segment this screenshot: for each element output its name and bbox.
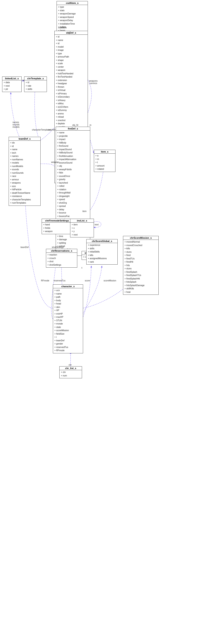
chrscoreMission-s-title: chrScoreMission_s <box>123 236 158 240</box>
weapons-ammos-label: weapons | ammos <box>89 80 98 84</box>
chrreservations-s-title: chrReservations_s <box>46 249 77 253</box>
chrscoreGlobal-s-box: chrScoreGlobal_s + experience + skills +… <box>86 239 118 264</box>
character-s-box: character_s + ucn + name + path + body +… <box>53 284 83 353</box>
item-s-box: item_s + a + m + t + amount + rotated <box>94 150 115 172</box>
chrtemplate-s-body: + id + rate + skills <box>24 80 47 92</box>
chr-list-s-body: + chr + num <box>60 370 82 378</box>
invlist-s-title: invList_s <box>70 219 94 222</box>
teamdef-s-title: teamDef_s <box>9 137 40 141</box>
item-label: item <box>82 210 87 212</box>
linkedlist-s-body: + data + next + ptr <box>2 80 21 92</box>
firedef-s-title: fireDef_s <box>56 127 90 130</box>
c-label: c <box>81 266 82 269</box>
weapon-label: weapon <box>51 161 59 163</box>
character-templates-label: characterTemplates <box>32 129 51 131</box>
craftitem-s-title: craftitem_s <box>57 1 88 5</box>
invlist-s-box: invList_s + item + x + y + next <box>70 219 94 238</box>
linkedlist-s-title: linkedList_s <box>2 77 21 80</box>
chrscoreGlobal-s-body: + experience + skills + initialSkills + … <box>87 243 117 264</box>
rfmode-label: RFmode <box>41 280 49 282</box>
teamdef-s-body: + idx + id + name + tech + names + numNa… <box>9 141 40 206</box>
character-s-body: + ucn + name + path + body + head + skin… <box>53 288 83 353</box>
linkedlist-s-box: linkedList_s + data + next + ptr <box>2 76 22 92</box>
item-s-body: + a + m + t + amount + rotated <box>94 154 115 172</box>
craftitem-label: craftItem <box>58 26 67 29</box>
chrscoreMission-s-body: + movedNormal + movedCrouched + kills + … <box>123 240 158 294</box>
chrscoreGlobal-s-title: chrScoreGlobal_s <box>87 239 117 243</box>
arrows-svg <box>0 0 221 644</box>
chrreservations-s-body: + reaction + crouch + shot + shotSetting… <box>46 253 77 268</box>
chrscoreMission-s-box: chrScoreMission_s + movedNormal + movedC… <box>123 236 159 295</box>
character-s-title: character_s <box>53 284 83 288</box>
next2-label: next <box>95 224 99 226</box>
obj-fd-label: obj_fd <box>72 124 78 126</box>
chrreservations-s-box: chrReservations_s + reaction + crouch + … <box>46 249 77 268</box>
diagram-container: craftitem_s + type + stats + weaponDamag… <box>0 0 221 644</box>
names-sounds-models-label: names sounds models <box>13 121 20 128</box>
reservedtus-label: reservedTus <box>54 280 65 282</box>
score-label: score <box>85 280 90 282</box>
teamdef-label: teamDef <box>21 246 29 248</box>
shotsettings-label: shotSettings <box>52 246 64 248</box>
chrtemplate-s-title: chrTemplate_s <box>24 77 47 80</box>
teamdef-s-box: teamDef_s + idx + id + name + tech + nam… <box>9 137 41 206</box>
objdef-s-title: objDef_s <box>55 31 88 35</box>
chr-list-s-title: chr_list_s <box>60 366 82 370</box>
invlist-s-body: + item + x + y + next <box>70 222 94 237</box>
chr-list-s-box: chr_list_s + chr + num <box>59 366 82 378</box>
chrtemplate-s-box: chrTemplate_s + id + rate + skills <box>24 76 47 92</box>
item-s-title: item_s <box>94 150 115 154</box>
chr-label: chr <box>69 364 72 366</box>
scoremission-label: scoreMission <box>104 280 116 282</box>
